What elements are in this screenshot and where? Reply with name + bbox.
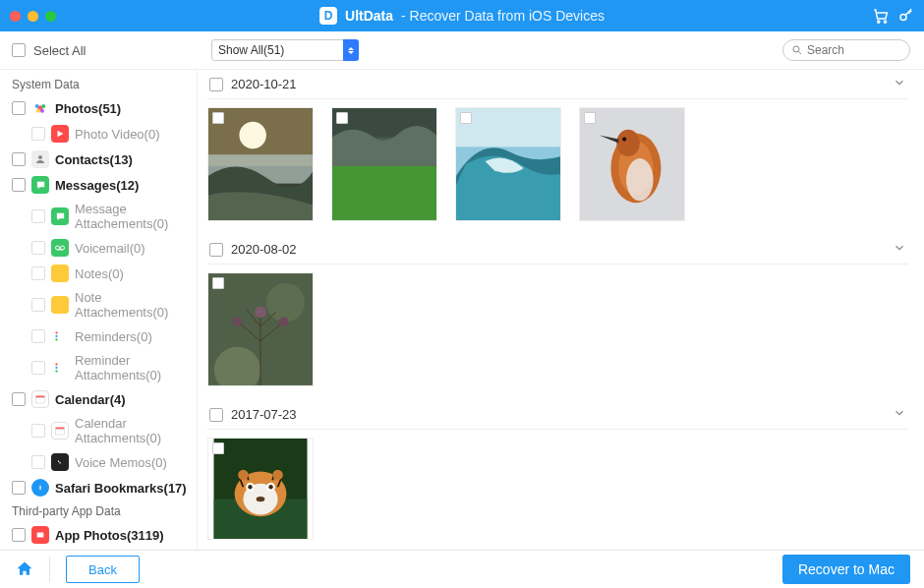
sidebar-item-notes[interactable]: Notes(0) xyxy=(0,261,197,286)
svg-point-51 xyxy=(40,109,44,113)
sidebar-item-calendar[interactable]: Calendar(4) xyxy=(0,386,197,412)
thumbnail-row xyxy=(207,272,908,386)
checkbox[interactable] xyxy=(12,152,26,166)
svg-point-50 xyxy=(36,109,40,113)
search-input[interactable] xyxy=(807,43,895,57)
search-box[interactable] xyxy=(782,39,910,61)
maximize-window-button[interactable] xyxy=(45,11,56,22)
cart-icon[interactable] xyxy=(869,4,893,28)
checkbox[interactable] xyxy=(31,209,45,223)
chevron-down-icon[interactable] xyxy=(893,406,906,423)
video-icon xyxy=(51,125,69,143)
group-date: 2020-10-21 xyxy=(231,77,885,91)
back-button[interactable]: Back xyxy=(66,556,140,583)
sidebar-item-reminder-attachments[interactable]: Reminder Attachments(0) xyxy=(0,349,197,386)
thumbnail[interactable] xyxy=(331,107,437,221)
sidebar-item-voicemail[interactable]: Voicemail(0) xyxy=(0,235,197,261)
checkbox[interactable] xyxy=(31,424,45,438)
calendar-icon xyxy=(31,390,49,408)
recover-button[interactable]: Recover to Mac xyxy=(782,555,910,584)
svg-point-44 xyxy=(900,15,906,21)
safari-icon xyxy=(31,479,49,497)
checkbox[interactable] xyxy=(12,101,26,115)
thumb-checkbox[interactable] xyxy=(584,112,596,124)
thumb-checkbox[interactable] xyxy=(336,112,348,124)
checkbox[interactable] xyxy=(31,361,45,375)
calendar-icon xyxy=(51,422,69,440)
checkbox[interactable] xyxy=(31,329,45,343)
group-checkbox[interactable] xyxy=(209,243,223,257)
notes-icon xyxy=(51,265,69,282)
select-all[interactable]: Select All xyxy=(0,43,202,58)
close-window-button[interactable] xyxy=(10,11,21,22)
contacts-icon xyxy=(31,150,49,168)
svg-rect-66 xyxy=(56,430,65,436)
svg-point-54 xyxy=(56,246,60,250)
date-group-header[interactable]: 2020-08-02 xyxy=(207,235,908,265)
checkbox[interactable] xyxy=(31,241,45,255)
filter-dropdown[interactable]: Show All(51) xyxy=(211,39,359,61)
svg-line-46 xyxy=(799,52,802,55)
home-button[interactable] xyxy=(14,559,35,580)
chevron-down-icon[interactable] xyxy=(893,241,906,258)
app-logo-icon: D xyxy=(319,7,337,25)
select-all-checkbox[interactable] xyxy=(12,43,26,57)
checkbox[interactable] xyxy=(12,178,26,192)
thumbnail-row xyxy=(207,107,908,221)
photos-icon xyxy=(31,99,49,117)
sidebar-item-photo-video[interactable]: Photo Video(0) xyxy=(0,121,197,147)
svg-rect-64 xyxy=(36,398,45,404)
thumbnail[interactable] xyxy=(207,107,314,221)
thumb-checkbox[interactable] xyxy=(212,442,224,454)
group-checkbox[interactable] xyxy=(209,408,223,422)
sidebar-item-safari-bookmarks[interactable]: Safari Bookmarks(17) xyxy=(0,475,197,500)
thumbnail[interactable] xyxy=(455,107,561,221)
voicemail-icon xyxy=(51,239,69,257)
sidebar-section-system: System Data xyxy=(0,74,197,95)
svg-point-59 xyxy=(55,338,57,340)
sidebar-item-contacts[interactable]: Contacts(13) xyxy=(0,147,197,172)
app-title: D UltData - Recover Data from iOS Device… xyxy=(319,7,605,25)
checkbox[interactable] xyxy=(31,455,45,469)
sidebar-item-note-attachments[interactable]: Note Attachements(0) xyxy=(0,286,197,323)
checkbox[interactable] xyxy=(31,266,45,280)
checkbox[interactable] xyxy=(31,298,45,312)
app-subtitle: - Recover Data from iOS Devices xyxy=(401,8,605,24)
reminders-icon xyxy=(51,327,69,345)
sidebar-item-calendar-attachments[interactable]: Calendar Attachments(0) xyxy=(0,412,197,449)
svg-rect-68 xyxy=(37,533,44,538)
thumb-checkbox[interactable] xyxy=(212,277,224,289)
svg-point-43 xyxy=(884,21,886,23)
filter-select[interactable]: Show All(51) xyxy=(211,39,359,61)
thumbnail[interactable] xyxy=(579,107,685,221)
date-group-header[interactable]: 2020-10-21 xyxy=(207,70,908,99)
group-date: 2017-07-23 xyxy=(231,407,885,422)
sidebar-item-message-attachments[interactable]: Message Attachements(0) xyxy=(0,198,197,235)
minimize-window-button[interactable] xyxy=(28,11,38,22)
chevron-down-icon[interactable] xyxy=(893,76,906,92)
sidebar[interactable]: System Data Photos(51) Photo Video(0) Co… xyxy=(0,70,197,551)
notes-icon xyxy=(51,296,69,314)
svg-point-42 xyxy=(878,21,880,23)
checkbox[interactable] xyxy=(12,528,26,542)
sidebar-item-messages[interactable]: Messages(12) xyxy=(0,172,197,198)
checkbox[interactable] xyxy=(12,392,26,406)
thumb-checkbox[interactable] xyxy=(212,112,224,124)
checkbox[interactable] xyxy=(31,127,45,141)
thumb-checkbox[interactable] xyxy=(460,112,472,124)
date-group-header[interactable]: 2017-07-23 xyxy=(207,400,908,430)
sidebar-item-photos[interactable]: Photos(51) xyxy=(0,95,197,121)
checkbox[interactable] xyxy=(12,481,26,495)
thumbnail[interactable] xyxy=(207,272,314,386)
svg-point-57 xyxy=(55,331,57,333)
svg-point-58 xyxy=(55,335,57,337)
group-checkbox[interactable] xyxy=(209,78,223,91)
group-date: 2020-08-02 xyxy=(231,242,885,257)
window-controls xyxy=(0,11,56,22)
main-content[interactable]: 2020-10-21 2020-08-02 2017-07-23 xyxy=(198,70,924,551)
key-icon[interactable] xyxy=(895,4,918,28)
thumbnail[interactable] xyxy=(207,438,314,540)
sidebar-item-reminders[interactable]: Reminders(0) xyxy=(0,323,197,349)
sidebar-item-app-photos[interactable]: App Photos(3119) xyxy=(0,522,197,548)
sidebar-item-voice-memos[interactable]: Voice Memos(0) xyxy=(0,449,197,475)
